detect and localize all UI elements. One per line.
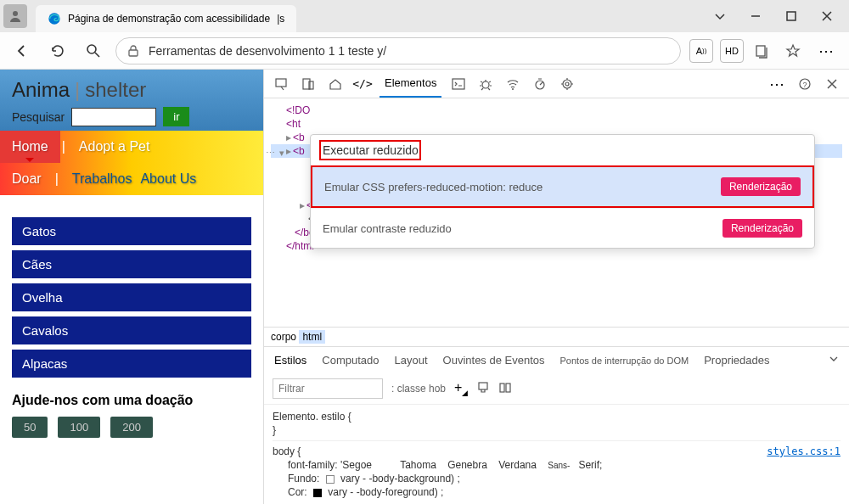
svg-rect-19 (479, 383, 487, 389)
browser-tab[interactable]: Página de demonstração com acessibilidad… (36, 5, 296, 32)
flex-icon[interactable] (498, 381, 512, 397)
devtools-close-icon[interactable] (822, 74, 842, 94)
edge-icon (48, 12, 61, 25)
css-rules[interactable]: Elemento. estilo { } body { styles.css:1… (264, 405, 849, 504)
category-list: Gatos Cães Ovelha Cavalos Alpacas (0, 195, 263, 384)
chevron-down-icon[interactable] (713, 9, 727, 23)
titlebar: Página de demonstração com acessibilidad… (0, 0, 849, 32)
command-item-reduced-motion[interactable]: Emular CSS prefers-reduced-motion: reduc… (311, 165, 814, 208)
svg-line-5 (95, 53, 99, 57)
svg-rect-8 (276, 79, 286, 87)
add-rule-icon[interactable]: +◢ (454, 380, 468, 397)
inspect-icon[interactable] (271, 74, 291, 94)
svg-rect-6 (129, 50, 138, 56)
svg-rect-21 (506, 384, 510, 392)
memory-icon[interactable] (557, 74, 577, 94)
address-bar[interactable]: Ferramentas de desenvolvimento 1 1 teste… (115, 37, 681, 64)
cat-caes[interactable]: Cães (12, 250, 251, 278)
bug-icon[interactable] (475, 74, 496, 94)
dom-html-open[interactable]: <ht (271, 117, 842, 131)
svg-text:?: ? (802, 81, 807, 89)
donate-heading: Ajude-nos com uma doação (0, 384, 263, 413)
tab-title: Página de demonstração com acessibilidad… (68, 13, 270, 25)
nav-doar[interactable]: Doar (0, 163, 53, 195)
tab-estilos[interactable]: Estilos (274, 354, 306, 367)
svg-point-13 (512, 88, 514, 90)
more-button[interactable]: ⋯ (813, 37, 841, 64)
color-swatch-icon[interactable] (313, 489, 322, 497)
devtools-help-icon[interactable]: ? (795, 74, 815, 94)
lock-icon (127, 44, 140, 58)
window-controls (713, 9, 846, 23)
cat-alpacas[interactable]: Alpacas (12, 350, 251, 378)
device-icon[interactable] (298, 74, 318, 94)
command-menu: Executar reduzido Emular CSS prefers-red… (310, 134, 815, 249)
welcome-icon[interactable] (325, 74, 346, 94)
tab-caret: |s (277, 13, 284, 25)
performance-icon[interactable] (530, 74, 550, 94)
brush-icon[interactable] (476, 381, 490, 397)
command-search[interactable]: Executar reduzido (311, 135, 814, 165)
code-icon[interactable]: </> (352, 74, 373, 94)
site-title-part1: Anima (12, 78, 70, 102)
tab-propriedades[interactable]: Propriedades (704, 354, 769, 367)
console-icon[interactable] (448, 74, 469, 94)
devtools-more-icon[interactable]: ⋯ (767, 74, 788, 94)
hd-icon[interactable]: HD (720, 39, 744, 63)
search-input[interactable] (71, 108, 156, 126)
back-button[interactable] (8, 37, 36, 64)
command-item-reduced-contrast[interactable]: Emular contraste reduzido Renderização (311, 208, 814, 248)
donate-50[interactable]: 50 (12, 417, 48, 438)
favorite-icon[interactable] (781, 39, 805, 63)
svg-rect-7 (756, 46, 765, 56)
svg-rect-3 (787, 12, 796, 20)
svg-rect-20 (500, 384, 504, 392)
nav-about[interactable]: About Us (128, 163, 208, 195)
maximize-icon[interactable] (784, 9, 798, 23)
donate-100[interactable]: 100 (58, 417, 100, 438)
search-label: Pesquisar (12, 110, 65, 124)
donate-200[interactable]: 200 (110, 417, 153, 438)
read-aloud-icon[interactable]: A)) (689, 39, 713, 63)
checkbox-icon[interactable] (326, 475, 335, 484)
website-pane: Anima | shelter Pesquisar ir Home | Adop… (0, 70, 263, 504)
cat-cavalos[interactable]: Cavalos (12, 316, 251, 344)
devtools-tabs: </> Elementos ⋯ ? (264, 70, 849, 98)
tab-computado[interactable]: Computado (322, 354, 379, 367)
nav-home[interactable]: Home (0, 131, 60, 163)
go-button[interactable]: ir (163, 107, 189, 126)
profile-icon[interactable] (3, 4, 27, 28)
svg-point-16 (565, 82, 569, 86)
dom-tree[interactable]: ⋯ ▾ <!DO <ht ▸<b ▸<b ▸<footer>⋯</footer>… (264, 98, 849, 327)
site-title-sep: | (75, 78, 80, 102)
refresh-button[interactable] (44, 37, 71, 64)
filter-input[interactable] (273, 378, 383, 399)
cat-gatos[interactable]: Gatos (12, 217, 251, 245)
nav-adopt[interactable]: Adopt a Pet (67, 131, 162, 163)
tab-ouvintes[interactable]: Ouvintes de Eventos (443, 354, 545, 367)
devtools-pane: </> Elementos ⋯ ? ⋯ ▾ <!DO <ht ▸<b ▸<b ▸… (263, 70, 849, 504)
collections-icon[interactable] (751, 39, 774, 63)
rendering-badge: Renderização (721, 177, 801, 196)
site-title-part2: shelter (85, 78, 146, 102)
tab-elementos[interactable]: Elementos (380, 70, 441, 98)
close-icon[interactable] (820, 9, 834, 23)
rendering-badge: Renderização (722, 219, 802, 238)
chevron-down-icon[interactable] (829, 354, 839, 367)
address-text: Ferramentas de desenvolvimento 1 1 teste… (149, 44, 386, 58)
tab-layout[interactable]: Layout (395, 354, 428, 367)
browser-toolbar: Ferramentas de desenvolvimento 1 1 teste… (0, 32, 849, 70)
donate-row: 50 100 200 (0, 413, 263, 441)
cat-ovelha[interactable]: Ovelha (12, 283, 251, 311)
tab-breakpoints[interactable]: Pontos de interrupção do DOM (560, 356, 689, 366)
network-icon[interactable] (503, 74, 523, 94)
dom-doctype[interactable]: <!DO (271, 104, 842, 117)
svg-point-0 (13, 11, 18, 16)
svg-rect-11 (453, 79, 464, 89)
svg-point-15 (563, 80, 571, 88)
minimize-icon[interactable] (749, 9, 762, 23)
css-source-link[interactable]: styles.css:1 (767, 445, 841, 457)
search-button[interactable] (80, 37, 107, 64)
dom-breadcrumb[interactable]: corpo html (264, 327, 849, 346)
main-nav: Home | Adopt a Pet Doar | Trabalhos Abou… (0, 131, 263, 195)
